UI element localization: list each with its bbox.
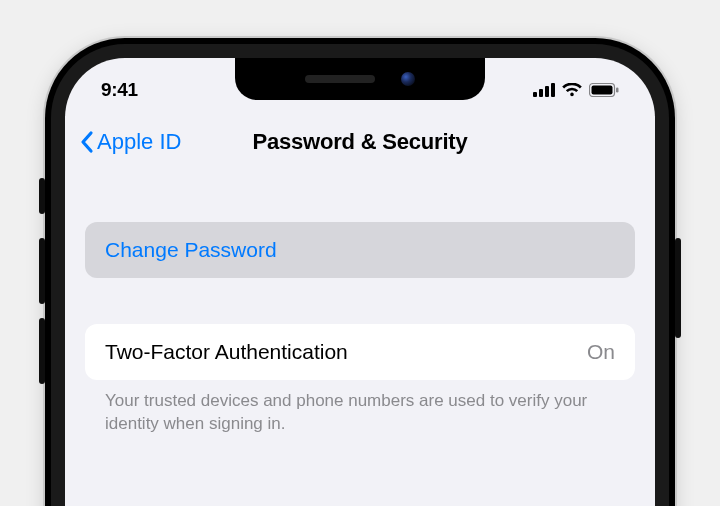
two-factor-status: On bbox=[587, 340, 615, 364]
cellular-signal-icon bbox=[533, 83, 555, 97]
battery-icon bbox=[589, 83, 619, 97]
notch bbox=[235, 58, 485, 100]
svg-rect-2 bbox=[545, 86, 549, 97]
mute-switch bbox=[39, 178, 45, 214]
svg-rect-0 bbox=[533, 92, 537, 97]
volume-up-button bbox=[39, 238, 45, 304]
two-factor-footer: Your trusted devices and phone numbers a… bbox=[85, 390, 635, 436]
iphone-device-frame: 9:41 bbox=[45, 38, 675, 506]
svg-rect-6 bbox=[616, 88, 619, 93]
screen: 9:41 bbox=[65, 58, 655, 506]
status-indicators bbox=[533, 83, 619, 97]
change-password-row[interactable]: Change Password bbox=[85, 222, 635, 278]
svg-rect-5 bbox=[592, 86, 613, 95]
svg-rect-1 bbox=[539, 89, 543, 97]
chevron-left-icon bbox=[79, 130, 95, 154]
earpiece-speaker bbox=[305, 75, 375, 83]
power-button bbox=[675, 238, 681, 338]
back-label: Apple ID bbox=[97, 129, 181, 155]
front-camera bbox=[401, 72, 415, 86]
volume-down-button bbox=[39, 318, 45, 384]
settings-content: Change Password Two-Factor Authenticatio… bbox=[65, 186, 655, 506]
change-password-label: Change Password bbox=[105, 238, 277, 262]
two-factor-label: Two-Factor Authentication bbox=[105, 340, 348, 364]
two-factor-row[interactable]: Two-Factor Authentication On bbox=[85, 324, 635, 380]
navigation-bar: Apple ID Password & Security bbox=[65, 116, 655, 168]
status-time: 9:41 bbox=[101, 79, 138, 101]
wifi-icon bbox=[562, 83, 582, 97]
svg-rect-3 bbox=[551, 83, 555, 97]
back-button[interactable]: Apple ID bbox=[79, 129, 181, 155]
